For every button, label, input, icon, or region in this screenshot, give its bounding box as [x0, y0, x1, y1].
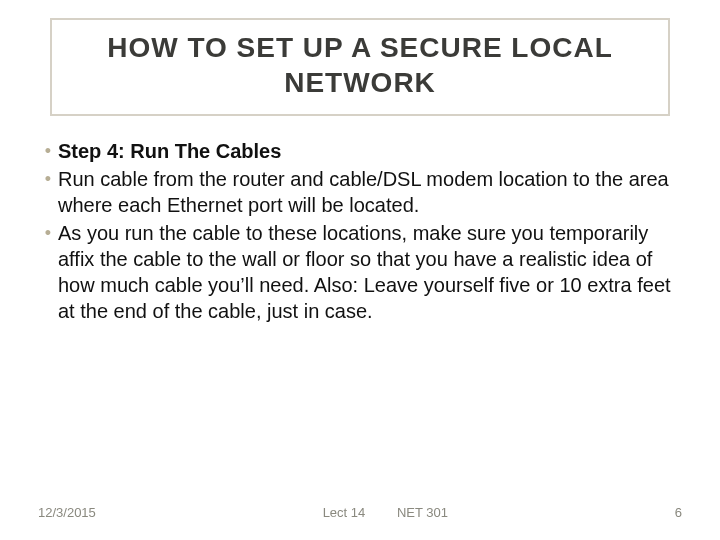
footer-date: 12/3/2015: [38, 505, 96, 520]
slide-footer: 12/3/2015 Lect 14 NET 301 6: [38, 505, 682, 520]
bullet-dot-icon: •: [38, 138, 58, 164]
bullet-text: As you run the cable to these locations,…: [58, 220, 682, 324]
slide: HOW TO SET UP A SECURE LOCAL NETWORK • S…: [0, 0, 720, 540]
slide-body: • Step 4: Run The Cables • Run cable fro…: [38, 138, 682, 326]
bullet-item: • Step 4: Run The Cables: [38, 138, 682, 164]
bullet-dot-icon: •: [38, 220, 58, 324]
bullet-dot-icon: •: [38, 166, 58, 218]
bullet-text: Run cable from the router and cable/DSL …: [58, 166, 682, 218]
footer-lecture: Lect 14: [323, 505, 366, 520]
title-box: HOW TO SET UP A SECURE LOCAL NETWORK: [50, 18, 670, 116]
footer-center: Lect 14 NET 301: [96, 505, 675, 520]
bullet-item: • Run cable from the router and cable/DS…: [38, 166, 682, 218]
bullet-text: Step 4: Run The Cables: [58, 138, 682, 164]
footer-page-number: 6: [675, 505, 682, 520]
slide-title: HOW TO SET UP A SECURE LOCAL NETWORK: [66, 30, 654, 100]
footer-course: NET 301: [397, 505, 448, 520]
bullet-item: • As you run the cable to these location…: [38, 220, 682, 324]
